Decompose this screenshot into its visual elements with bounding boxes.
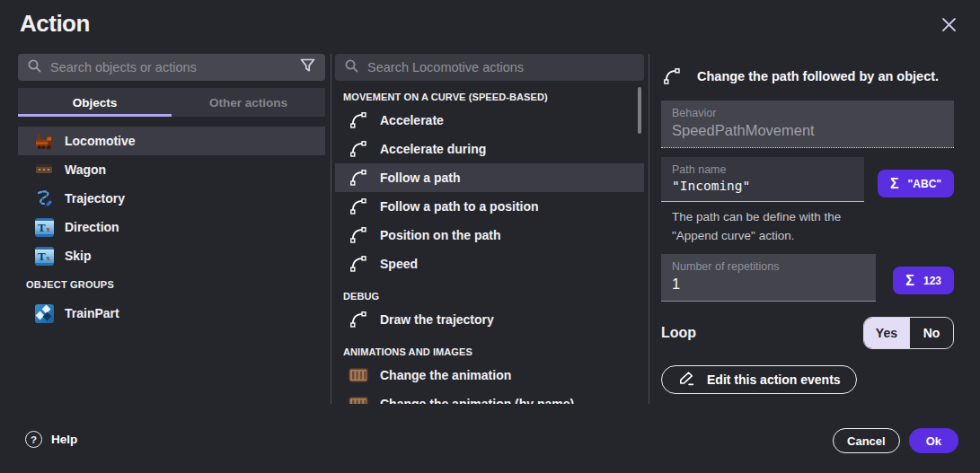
curve-action-icon xyxy=(349,197,368,216)
action-item-speed[interactable]: Speed xyxy=(335,250,644,278)
expression-button-label: 123 xyxy=(923,275,941,287)
object-item-label: Skip xyxy=(65,249,92,263)
actions-panel: Search Locomotive actions MOVEMENT ON A … xyxy=(335,54,644,404)
path-name-field[interactable]: Path name "Incoming" xyxy=(661,157,864,202)
animation-icon xyxy=(349,394,368,404)
edit-button-label: Edit this action events xyxy=(707,372,841,387)
filter-icon[interactable] xyxy=(299,57,316,77)
loop-yes-option[interactable]: Yes xyxy=(864,318,909,348)
loop-row: Loop Yes No xyxy=(661,317,954,349)
tab-objects-label: Objects xyxy=(73,96,118,109)
curve-action-icon xyxy=(349,168,368,188)
action-description-row: Change the path followed by an object. xyxy=(662,66,954,86)
path-hint-line2: "Append curve" action. xyxy=(672,227,954,246)
path-name-label: Path name xyxy=(672,163,853,176)
loop-no-option[interactable]: No xyxy=(909,318,953,348)
search-icon xyxy=(27,58,42,77)
curve-action-icon xyxy=(349,110,368,130)
section-header: ANIMATIONS AND IMAGES xyxy=(343,346,644,357)
tab-other-actions[interactable]: Other actions xyxy=(172,88,325,117)
text-object-icon: Tx xyxy=(33,245,55,267)
tab-objects[interactable]: Objects xyxy=(18,88,172,117)
curve-action-icon xyxy=(662,66,682,86)
object-item-wagon[interactable]: Wagon xyxy=(18,155,325,184)
path-name-row: Path name "Incoming" Σ "ABC" xyxy=(661,157,954,202)
object-item-label: Trajectory xyxy=(65,191,125,206)
action-item-clipped[interactable]: Change the animation (by name) xyxy=(335,390,644,404)
locomotive-icon xyxy=(33,130,55,152)
action-item-accelerate[interactable]: Accelerate xyxy=(335,106,644,135)
actions-search-input[interactable]: Search Locomotive actions xyxy=(335,54,644,81)
action-item-accelerate-during[interactable]: Accelerate during xyxy=(335,135,644,163)
action-item-position-on-the-path[interactable]: Position on the path xyxy=(335,221,644,250)
objects-tab-bar: Objects Other actions xyxy=(18,88,325,117)
group-item-label: TrainPart xyxy=(65,306,119,320)
objects-list: Locomotive Wagon xyxy=(18,127,325,328)
close-icon xyxy=(941,17,957,35)
string-expression-button[interactable]: Σ "ABC" xyxy=(878,170,954,197)
loop-yes-label: Yes xyxy=(876,326,897,340)
object-item-label: Wagon xyxy=(65,162,106,177)
help-button[interactable]: ? Help xyxy=(25,431,77,448)
action-item-follow-a-path[interactable]: Follow a path xyxy=(335,163,644,192)
action-item-change-the-animation[interactable]: Change the animation xyxy=(335,361,644,390)
repetitions-row: Number of repetitions 1 Σ 123 xyxy=(661,254,954,302)
ok-button[interactable]: Ok xyxy=(909,428,958,453)
object-item-trajectory[interactable]: Trajectory xyxy=(18,184,325,213)
group-item-trainpart[interactable]: TrainPart xyxy=(18,299,325,328)
objects-panel: Search objects or actions Objects Other … xyxy=(18,54,325,328)
curve-action-icon xyxy=(349,310,368,329)
action-item-draw-the-trajectory[interactable]: Draw the trajectory xyxy=(335,305,644,334)
path-name-value: "Incoming" xyxy=(672,179,853,193)
action-item-label: Position on the path xyxy=(380,228,501,242)
object-item-label: Locomotive xyxy=(65,134,136,148)
edit-action-events-button[interactable]: Edit this action events xyxy=(661,365,857,394)
action-item-label: Change the animation xyxy=(380,368,511,382)
action-detail-panel: Change the path followed by an object. B… xyxy=(661,54,954,394)
behavior-field-value: SpeedPathMovement xyxy=(672,122,943,139)
repetitions-value: 1 xyxy=(672,276,865,293)
curve-action-icon xyxy=(349,139,368,159)
curve-action-icon xyxy=(349,225,368,245)
number-expression-button[interactable]: Σ 123 xyxy=(893,267,954,294)
animation-icon xyxy=(349,365,368,385)
actions-search-placeholder: Search Locomotive actions xyxy=(367,60,635,74)
help-label: Help xyxy=(51,433,77,446)
objects-search-placeholder: Search objects or actions xyxy=(50,60,291,74)
active-tab-underline xyxy=(18,114,172,117)
object-item-locomotive[interactable]: Locomotive xyxy=(18,127,325,155)
section-header: DEBUG xyxy=(343,291,644,302)
tab-other-actions-label: Other actions xyxy=(209,96,287,109)
close-button[interactable] xyxy=(937,14,960,38)
panel-divider xyxy=(331,54,331,404)
sigma-icon: Σ xyxy=(890,176,899,192)
section-header: MOVEMENT ON A CURVE (SPEED-BASED) xyxy=(343,92,644,102)
behavior-field: Behavior SpeedPathMovement xyxy=(661,101,954,148)
repetitions-label: Number of repetitions xyxy=(672,260,865,273)
page-title: Action xyxy=(20,10,90,38)
path-hint: The path can be define with the "Append … xyxy=(672,208,954,245)
trajectory-icon xyxy=(33,188,55,209)
action-item-label: Draw the trajectory xyxy=(380,312,494,327)
loop-toggle: Yes No xyxy=(863,317,954,349)
repetitions-field[interactable]: Number of repetitions 1 xyxy=(661,254,876,302)
text-object-icon: Tx xyxy=(33,216,55,238)
help-icon: ? xyxy=(25,431,42,448)
pencil-icon xyxy=(677,370,696,390)
curve-action-icon xyxy=(349,254,368,274)
object-item-skip[interactable]: Tx Skip xyxy=(18,241,325,270)
path-hint-line1: The path can be define with the xyxy=(672,208,954,227)
loop-no-label: No xyxy=(923,326,940,340)
action-item-follow-a-path-to-a-position[interactable]: Follow a path to a position xyxy=(335,192,644,221)
scrollbar[interactable] xyxy=(638,87,641,134)
cancel-button[interactable]: Cancel xyxy=(833,428,900,453)
action-description: Change the path followed by an object. xyxy=(697,69,939,83)
action-item-label: Follow a path to a position xyxy=(380,199,539,214)
panel-divider xyxy=(649,54,649,404)
objects-search-input[interactable]: Search objects or actions xyxy=(18,54,325,81)
object-item-direction[interactable]: Tx Direction xyxy=(18,213,325,241)
action-item-label: Follow a path xyxy=(380,171,460,185)
object-groups-header: OBJECT GROUPS xyxy=(26,279,325,290)
object-group-icon xyxy=(33,302,55,324)
action-item-label: Speed xyxy=(380,257,418,271)
